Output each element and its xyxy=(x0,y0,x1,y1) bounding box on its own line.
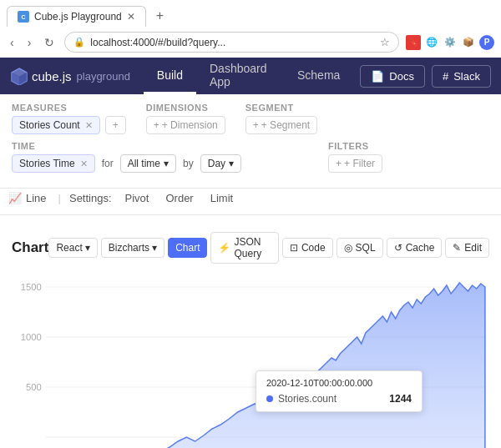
new-tab-button[interactable]: + xyxy=(149,5,170,27)
tab-bar: C Cube.js Playground ✕ + xyxy=(0,0,501,27)
docs-button[interactable]: 📄 Docs xyxy=(360,65,425,88)
favicon: C xyxy=(18,11,29,23)
measures-tag-remove[interactable]: ✕ xyxy=(85,120,93,131)
add-segment-text: + Segment xyxy=(261,119,310,131)
measures-label: MEASURES xyxy=(12,103,126,113)
forward-button[interactable]: › xyxy=(24,34,35,51)
active-tab[interactable]: C Cube.js Playground ✕ xyxy=(7,6,146,27)
code-icon: ⊡ xyxy=(290,242,298,254)
pivot-btn[interactable]: Pivot xyxy=(117,189,158,208)
line-btn[interactable]: 📈 Line xyxy=(0,189,55,208)
add-segment-button[interactable]: + + Segment xyxy=(245,116,317,134)
tooltip-date: 2020-12-10T00:00:00.000 xyxy=(266,378,412,388)
ext-icon-2: 🌐 xyxy=(424,35,439,50)
dimensions-col: DIMENSIONS + + Dimension xyxy=(146,103,225,134)
chart-btn[interactable]: Chart xyxy=(168,238,207,258)
limit-btn[interactable]: Limit xyxy=(202,189,241,208)
json-query-label: JSON Query xyxy=(234,236,271,259)
lock-icon: 🔒 xyxy=(73,37,85,48)
chart-area: Chart React ▾ Bizcharts ▾ Chart ⚡ JSON Q… xyxy=(0,224,501,448)
docs-label: Docs xyxy=(389,70,414,83)
time-tag-text: Stories Time xyxy=(19,158,75,169)
cache-btn[interactable]: ↺ Cache xyxy=(387,238,443,258)
ext-icon-1: 🔖 xyxy=(406,35,421,50)
logo-sub: playground xyxy=(77,70,130,83)
measures-tags: Stories Count ✕ + xyxy=(12,116,126,134)
measures-col: MEASURES Stories Count ✕ + xyxy=(12,103,126,134)
address-bar[interactable]: 🔒 localhost:4000/#/build?query... ☆ xyxy=(64,32,399,53)
react-chevron: ▾ xyxy=(85,242,90,254)
filters-col: FILTERS + + Filter xyxy=(328,141,382,173)
time-tags: Stories Time ✕ for All time ▾ by Day ▾ xyxy=(12,154,241,173)
settings-label: Settings: xyxy=(64,189,117,208)
chart-wrapper: 1500 1000 500 2020-12-10T00:00:00.000 St… xyxy=(12,270,489,448)
add-filter-icon: + xyxy=(336,158,342,169)
dimensions-tags: + + Dimension xyxy=(146,116,225,134)
cache-icon: ↺ xyxy=(394,242,402,254)
edit-label: Edit xyxy=(464,242,482,254)
measures-tag[interactable]: Stories Count ✕ xyxy=(12,116,100,134)
all-time-chevron: ▾ xyxy=(164,158,169,169)
chart-btn-label: Chart xyxy=(175,242,200,254)
browser-chrome: C Cube.js Playground ✕ + ‹ › ↻ 🔒 localho… xyxy=(0,0,501,58)
tab-title: Cube.js Playground xyxy=(34,11,122,23)
order-btn[interactable]: Order xyxy=(157,189,201,208)
chart-settings-bar: 📈 Line | Settings: Pivot Order Limit xyxy=(0,189,501,215)
chart-toolbar: React ▾ Bizcharts ▾ Chart ⚡ JSON Query ⊡… xyxy=(48,232,489,264)
sep1: | xyxy=(58,192,61,204)
add-filter-button[interactable]: + + Filter xyxy=(328,154,382,173)
nav-dashboard[interactable]: Dashboard App xyxy=(196,58,284,94)
code-label: Code xyxy=(301,242,326,254)
ext-icon-3: ⚙️ xyxy=(443,35,458,50)
qb-row-2: TIME Stories Time ✕ for All time ▾ by Da… xyxy=(12,141,489,173)
tooltip-label: Stories.count xyxy=(278,393,384,405)
bizcharts-label: Bizcharts xyxy=(109,242,149,254)
toolbar-icons: 🔖 🌐 ⚙️ 📦 P xyxy=(406,35,494,50)
logo-icon xyxy=(10,67,28,85)
close-tab-icon[interactable]: ✕ xyxy=(127,11,135,23)
app-nav: cube.js playground Build Dashboard App S… xyxy=(0,58,501,94)
ext-icon-4: 📦 xyxy=(461,35,476,50)
add-dimension-text: + Dimension xyxy=(162,119,218,131)
bizcharts-select[interactable]: Bizcharts ▾ xyxy=(101,238,164,258)
all-time-select[interactable]: All time ▾ xyxy=(120,154,176,173)
qb-row-1: MEASURES Stories Count ✕ + DIMENSIONS + … xyxy=(12,103,489,134)
limit-label: Limit xyxy=(210,192,233,204)
by-label: by xyxy=(183,158,194,169)
time-tag[interactable]: Stories Time ✕ xyxy=(12,154,95,173)
segment-tags: + + Segment xyxy=(245,116,317,134)
react-select[interactable]: React ▾ xyxy=(48,238,97,258)
edit-btn[interactable]: ✎ Edit xyxy=(445,238,489,258)
tooltip-dot xyxy=(266,395,273,402)
svg-text:C: C xyxy=(21,14,25,20)
code-btn[interactable]: ⊡ Code xyxy=(282,238,333,258)
json-query-btn[interactable]: ⚡ JSON Query xyxy=(210,232,278,264)
nav-build[interactable]: Build xyxy=(144,58,196,94)
time-tag-remove[interactable]: ✕ xyxy=(80,159,88,169)
cache-label: Cache xyxy=(406,242,435,254)
logo: cube.js playground xyxy=(10,67,130,85)
nav-schema[interactable]: Schema xyxy=(284,58,353,94)
add-dimension-icon: + xyxy=(154,119,159,131)
time-label: TIME xyxy=(12,141,241,151)
bookmark-icon[interactable]: ☆ xyxy=(380,36,390,48)
svg-text:1000: 1000 xyxy=(21,332,42,342)
reload-button[interactable]: ↻ xyxy=(41,34,58,51)
day-chevron: ▾ xyxy=(229,158,234,169)
dimensions-label: DIMENSIONS xyxy=(146,103,225,113)
day-select[interactable]: Day ▾ xyxy=(200,154,241,173)
url-text: localhost:4000/#/build?query... xyxy=(90,37,375,48)
add-measures-button[interactable]: + xyxy=(105,116,126,134)
json-icon: ⚡ xyxy=(218,242,230,254)
slack-button[interactable]: # Slack xyxy=(432,65,491,88)
react-label: React xyxy=(56,242,82,254)
add-icon: + xyxy=(113,119,119,131)
logo-text: cube.js xyxy=(32,69,72,83)
bizcharts-chevron: ▾ xyxy=(152,242,157,254)
add-dimension-button[interactable]: + + Dimension xyxy=(146,116,225,134)
all-time-text: All time xyxy=(128,158,160,169)
sql-btn[interactable]: ◎ SQL xyxy=(337,238,383,258)
chart-header: Chart React ▾ Bizcharts ▾ Chart ⚡ JSON Q… xyxy=(12,232,489,264)
back-button[interactable]: ‹ xyxy=(7,34,18,51)
filters-label: FILTERS xyxy=(328,141,382,151)
